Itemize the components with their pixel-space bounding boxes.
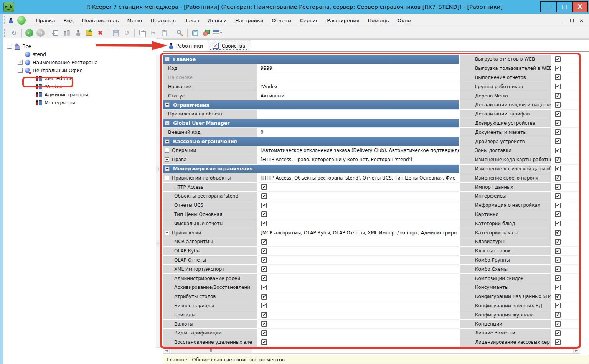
permission-row[interactable]: Интерфейсы✔ — [460, 192, 580, 201]
permission-row[interactable]: Изменение кода карты работни✔ — [460, 155, 580, 165]
expand-icon[interactable]: + — [18, 60, 23, 65]
checkbox-checked-icon[interactable]: ✔ — [261, 321, 267, 327]
permission-row[interactable]: Импорт данных✔ — [460, 183, 580, 192]
checkbox-checked-icon[interactable]: ✔ — [555, 93, 561, 99]
property-value[interactable]: ✔ — [258, 256, 459, 265]
property-value[interactable]: ✔ — [258, 192, 459, 201]
permission-row[interactable]: Детализации скидок и наценок✔ — [460, 100, 580, 110]
collapse-icon[interactable]: − — [165, 166, 170, 171]
permission-row[interactable]: Классы ставок✔ — [460, 247, 580, 256]
property-value[interactable]: ✔ — [258, 292, 459, 301]
property-row[interactable]: XML Импорт/экспорт✔ — [163, 265, 459, 274]
permission-row[interactable]: Композиции скидок✔ — [460, 274, 580, 283]
splitter-arrow-icon[interactable]: ‹ — [156, 240, 160, 246]
permission-row[interactable]: Зоны доставки✔ — [460, 146, 580, 155]
mdi-close-button[interactable]: × — [579, 18, 584, 23]
permission-row[interactable]: Дерево Меню✔ — [460, 91, 580, 100]
dropdown-caret-icon[interactable]: ▾ — [220, 31, 222, 35]
collapse-icon[interactable]: − — [18, 68, 23, 73]
splitter-scrollbar[interactable]: ‹ ‹ — [156, 55, 161, 348]
tab-employees[interactable]: Работники — [164, 40, 208, 51]
table-view-button[interactable]: ▾ — [212, 28, 223, 38]
menu-item-3[interactable]: Пользователь — [78, 18, 123, 23]
property-value[interactable]: ✔ — [258, 247, 459, 256]
checkbox-checked-icon[interactable]: ✔ — [261, 257, 267, 263]
property-value[interactable]: ✔ — [258, 183, 459, 192]
tree-item-все[interactable]: −Все — [3, 42, 156, 50]
permission-row[interactable]: Концепции✔ — [460, 320, 580, 329]
mdi-restore-button[interactable] — [570, 19, 574, 22]
back-button[interactable]: ← — [24, 28, 35, 38]
collapse-icon[interactable]: − — [7, 44, 12, 49]
checkbox-checked-icon[interactable]: ✔ — [555, 266, 561, 272]
checkbox-checked-icon[interactable]: ✔ — [555, 102, 561, 108]
checkbox-checked-icon[interactable]: ✔ — [555, 248, 561, 254]
section-header[interactable]: −Менеджерские ограничения — [163, 165, 459, 174]
checkbox-checked-icon[interactable]: ✔ — [261, 193, 267, 199]
permission-row[interactable]: Информация о настройках✔ — [460, 201, 580, 210]
tree-item-наименование-ресторана[interactable]: +Наименование Ресторана — [3, 58, 156, 66]
property-row[interactable]: +Операции[Автоматическое отклонение зака… — [163, 146, 459, 155]
checkbox-checked-icon[interactable]: ✔ — [555, 275, 561, 281]
permission-row[interactable]: Выгрузка пользователей в WEB✔ — [460, 64, 580, 73]
permission-row[interactable]: Детализации тарифов✔ — [460, 110, 580, 119]
permission-row[interactable]: Документы и макеты✔ — [460, 128, 580, 137]
checkbox-checked-icon[interactable]: ✔ — [555, 157, 561, 163]
tree-item-менеджеры[interactable]: −Менеджеры — [3, 99, 156, 107]
expand-icon[interactable]: + — [165, 157, 169, 162]
collapse-icon[interactable]: − — [165, 121, 170, 125]
copy-button[interactable] — [137, 28, 147, 38]
collapse-icon[interactable]: − — [165, 176, 169, 180]
menu-item-8[interactable]: Настройки — [231, 18, 267, 23]
collapse-icon[interactable]: − — [165, 139, 170, 144]
tree-item-stend[interactable]: −stend — [3, 50, 156, 58]
checkbox-checked-icon[interactable]: ✔ — [555, 257, 561, 263]
checkbox-checked-icon[interactable]: ✔ — [555, 84, 561, 89]
exit-button[interactable] — [51, 28, 61, 38]
checkbox-checked-icon[interactable]: ✔ — [261, 248, 267, 254]
checkbox-checked-icon[interactable]: ✔ — [555, 312, 561, 318]
property-value[interactable]: YAndex — [258, 82, 459, 91]
close-button[interactable]: X — [572, 1, 588, 12]
checkbox-checked-icon[interactable]: ✔ — [555, 230, 561, 236]
section-header[interactable]: −Ограничения — [163, 100, 459, 110]
tree-item-центральный-офис[interactable]: −Центральный Офис — [3, 66, 156, 74]
menu-item-12[interactable]: Помощь — [364, 18, 393, 23]
scroll-left-button[interactable]: ◄ — [163, 347, 170, 353]
save-button[interactable] — [111, 28, 121, 38]
property-row[interactable]: Код9999 — [163, 64, 459, 73]
property-value[interactable]: ✔ — [258, 338, 459, 347]
tree-item-yandex[interactable]: −YAndex — [3, 82, 156, 91]
search-button[interactable] — [175, 28, 185, 38]
permission-row[interactable]: Категории заказа✔ — [460, 228, 580, 237]
section-header[interactable]: −Главное — [163, 55, 459, 64]
permission-row[interactable]: Картинки✔ — [460, 210, 580, 219]
menu-item-4[interactable]: Меню — [123, 18, 147, 23]
checkbox-checked-icon[interactable]: ✔ — [261, 312, 267, 318]
forward-button[interactable]: → — [35, 28, 46, 38]
property-row[interactable]: +Права[HTTP Access, Право, которого ни у… — [163, 155, 459, 165]
checkbox-checked-icon[interactable]: ✔ — [261, 266, 267, 272]
permission-row[interactable]: Липкие Заметки✔ — [460, 329, 580, 338]
property-value[interactable]: ✔ — [258, 265, 459, 274]
permission-row[interactable]: Изменение логической даты об✔ — [460, 165, 580, 174]
employee-button[interactable] — [73, 28, 83, 38]
property-row[interactable]: −Привилегии[MCR алгоритмы, OLAP Кубы, OL… — [163, 228, 459, 237]
menu-item-10[interactable]: Сервис — [296, 18, 323, 23]
checkbox-checked-icon[interactable]: ✔ — [555, 330, 561, 336]
menu-item-13[interactable]: Окно — [393, 18, 415, 23]
cut-button[interactable]: ✂ — [148, 28, 158, 38]
property-row[interactable]: −Привилегии на объекты[HTTP Access, Объе… — [163, 173, 459, 183]
checkbox-checked-icon[interactable]: ✔ — [555, 294, 561, 300]
checkbox-checked-icon[interactable]: ✔ — [555, 56, 561, 62]
scroll-right-button[interactable]: ► — [573, 347, 580, 353]
property-row[interactable]: Архивирование/Восстановлени✔ — [163, 283, 459, 292]
checkbox-checked-icon[interactable]: ✔ — [261, 239, 267, 245]
checkbox-checked-icon[interactable]: ✔ — [555, 203, 561, 208]
menu-item-2[interactable]: Вид — [59, 18, 78, 23]
property-row[interactable]: OLAP Кубы✔ — [163, 247, 459, 256]
property-value[interactable]: [MCR алгоритмы, OLAP Кубы, OLAP Отчеты, … — [258, 228, 459, 237]
checkbox-checked-icon[interactable]: ✔ — [555, 285, 561, 290]
property-row[interactable]: Восстановление удаленных эле✔ — [163, 338, 459, 347]
property-value[interactable]: ✔ — [258, 219, 459, 228]
